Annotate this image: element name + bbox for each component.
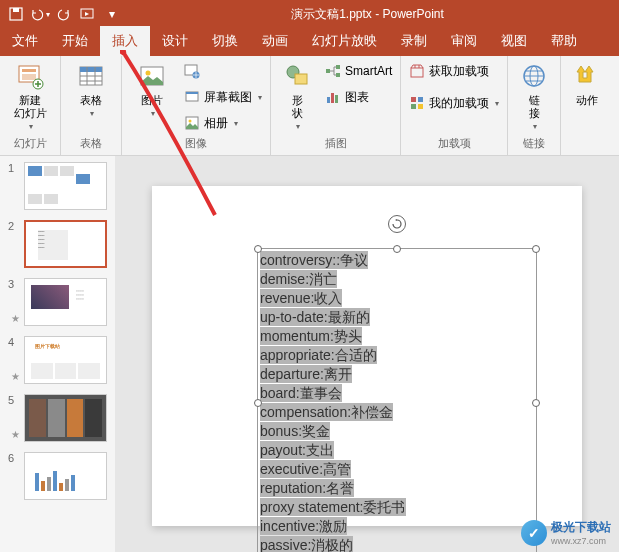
get-addins-button[interactable]: 获取加载项: [409, 60, 499, 82]
svg-rect-27: [418, 97, 423, 102]
animation-star-icon: ★: [11, 313, 20, 324]
text-box[interactable]: controversy::争议demise:消亡revenue:收入up-to-…: [257, 248, 537, 552]
svg-point-10: [146, 71, 151, 76]
rotate-handle-icon[interactable]: [388, 215, 406, 233]
save-icon[interactable]: [6, 4, 26, 24]
thumbnail-5[interactable]: 5★: [8, 394, 107, 442]
svg-rect-22: [327, 97, 330, 103]
text-content[interactable]: controversy::争议demise:消亡revenue:收入up-to-…: [258, 249, 536, 552]
group-images: 图片 ▾ 屏幕截图▾ 相册▾ 图像: [122, 56, 271, 155]
group-addins: 获取加载项 我的加载项▾ 加载项: [401, 56, 508, 155]
svg-rect-18: [295, 74, 307, 84]
svg-rect-23: [331, 93, 334, 103]
text-line[interactable]: bonus:奖金: [260, 422, 330, 440]
svg-rect-25: [411, 68, 423, 77]
resize-handle[interactable]: [532, 245, 540, 253]
thumbnail-4[interactable]: 4★图片下载站: [8, 336, 107, 384]
thumbnail-1[interactable]: 1: [8, 162, 107, 210]
pictures-icon: [136, 60, 168, 92]
svg-rect-1: [13, 8, 19, 12]
slideshow-start-icon[interactable]: [78, 4, 98, 24]
svg-rect-28: [411, 104, 416, 109]
svg-rect-24: [335, 95, 338, 103]
thumbnail-2[interactable]: 2━━━━━━━━━━━━━━━: [8, 220, 107, 268]
resize-handle[interactable]: [254, 245, 262, 253]
table-icon: [75, 60, 107, 92]
animation-star-icon: ★: [11, 429, 20, 440]
text-line[interactable]: passive:消极的: [260, 536, 353, 552]
workspace: 1 2━━━━━━━━━━━━━━━ 3★━━━━━━━━━━━━ 4★图片下载…: [0, 156, 619, 552]
text-line[interactable]: board:董事会: [260, 384, 342, 402]
tab-design[interactable]: 设计: [150, 26, 200, 56]
qat-customize-icon[interactable]: ▾: [102, 4, 122, 24]
text-line[interactable]: compensation:补偿金: [260, 403, 393, 421]
smartart-button[interactable]: SmartArt: [325, 60, 392, 82]
new-slide-icon: [14, 60, 46, 92]
text-line[interactable]: momentum:势头: [260, 327, 362, 345]
group-action: 动作: [561, 56, 613, 155]
ribbon: 新建 幻灯片 ▾ 幻灯片 表格 ▾ 表格 图片 ▾ 屏幕截图▾ 相册▾: [0, 56, 619, 156]
action-icon: [571, 60, 603, 92]
smartart-icon: [325, 63, 341, 79]
resize-handle[interactable]: [254, 399, 262, 407]
tab-transitions[interactable]: 切换: [200, 26, 250, 56]
slide-thumbnails-panel[interactable]: 1 2━━━━━━━━━━━━━━━ 3★━━━━━━━━━━━━ 4★图片下载…: [0, 156, 115, 552]
table-button[interactable]: 表格 ▾: [69, 60, 113, 118]
text-line[interactable]: departure:离开: [260, 365, 352, 383]
title-bar: ▾ ▾ 演示文稿1.pptx - PowerPoint: [0, 0, 619, 28]
svg-rect-20: [336, 65, 340, 69]
tab-review[interactable]: 审阅: [439, 26, 489, 56]
tab-insert[interactable]: 插入: [100, 26, 150, 56]
text-line[interactable]: executive:高管: [260, 460, 351, 478]
animation-star-icon: ★: [11, 371, 20, 382]
text-line[interactable]: appropriate:合适的: [260, 346, 377, 364]
svg-rect-21: [336, 73, 340, 77]
store-icon: [409, 63, 425, 79]
text-line[interactable]: reputation:名誉: [260, 479, 354, 497]
svg-rect-19: [326, 69, 330, 73]
group-tables: 表格 ▾ 表格: [61, 56, 122, 155]
tab-slideshow[interactable]: 幻灯片放映: [300, 26, 389, 56]
resize-handle[interactable]: [393, 245, 401, 253]
group-illustrations: 形 状 ▾ SmartArt 图表 插图: [271, 56, 401, 155]
online-pictures-icon: [184, 63, 200, 79]
svg-point-16: [189, 120, 192, 123]
tab-home[interactable]: 开始: [50, 26, 100, 56]
action-button[interactable]: 动作: [569, 60, 605, 107]
text-line[interactable]: revenue:收入: [260, 289, 342, 307]
photo-album-button[interactable]: 相册▾: [184, 112, 262, 134]
redo-icon[interactable]: [54, 4, 74, 24]
text-line[interactable]: demise:消亡: [260, 270, 337, 288]
text-line[interactable]: controversy::争议: [260, 251, 368, 269]
chart-icon: [325, 89, 341, 105]
thumbnail-6[interactable]: 6: [8, 452, 107, 500]
tab-record[interactable]: 录制: [389, 26, 439, 56]
tab-file[interactable]: 文件: [0, 26, 50, 56]
online-pictures-button[interactable]: [184, 60, 262, 82]
svg-rect-26: [411, 97, 416, 102]
slide-view[interactable]: controversy::争议demise:消亡revenue:收入up-to-…: [152, 186, 582, 526]
thumbnail-3[interactable]: 3★━━━━━━━━━━━━: [8, 278, 107, 326]
slide-canvas[interactable]: controversy::争议demise:消亡revenue:收入up-to-…: [115, 156, 619, 552]
link-button[interactable]: 链 接 ▾: [516, 60, 552, 131]
shapes-button[interactable]: 形 状 ▾: [279, 60, 315, 131]
new-slide-button[interactable]: 新建 幻灯片 ▾: [8, 60, 52, 131]
text-line[interactable]: payout:支出: [260, 441, 334, 459]
tab-view[interactable]: 视图: [489, 26, 539, 56]
album-icon: [184, 115, 200, 131]
pictures-button[interactable]: 图片 ▾: [130, 60, 174, 118]
resize-handle[interactable]: [532, 399, 540, 407]
screenshot-button[interactable]: 屏幕截图▾: [184, 86, 262, 108]
tab-animations[interactable]: 动画: [250, 26, 300, 56]
text-line[interactable]: incentive:激励: [260, 517, 347, 535]
text-line[interactable]: proxy statement:委托书: [260, 498, 406, 516]
shapes-icon: [281, 60, 313, 92]
my-addins-button[interactable]: 我的加载项▾: [409, 92, 499, 114]
undo-icon[interactable]: ▾: [30, 4, 50, 24]
text-line[interactable]: up-to-date:最新的: [260, 308, 370, 326]
tab-help[interactable]: 帮助: [539, 26, 589, 56]
addins-icon: [409, 95, 425, 111]
link-icon: [518, 60, 550, 92]
chart-button[interactable]: 图表: [325, 86, 392, 108]
quick-access-toolbar: ▾ ▾: [6, 4, 122, 24]
